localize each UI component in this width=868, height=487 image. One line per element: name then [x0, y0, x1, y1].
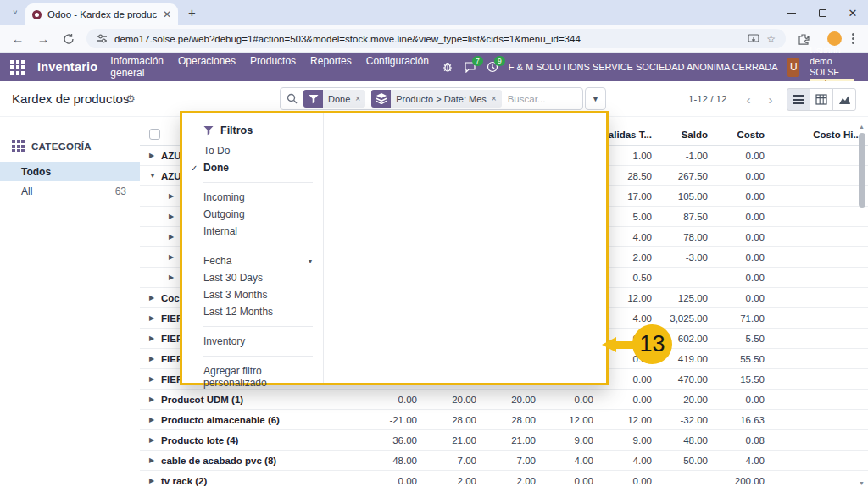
search-facet[interactable]: Producto > Date: Mes× — [371, 90, 502, 108]
menu-item-last-30-days[interactable]: Last 30 Days — [182, 269, 323, 286]
row-cell: 28.00 — [424, 415, 483, 425]
table-row[interactable]: ▶Producot UDM (1)0.0020.0020.000.000.002… — [140, 390, 868, 410]
menu-item-agregar-filtro-personalizado[interactable]: Agregar filtro personalizado — [182, 362, 323, 391]
table-row[interactable]: ▶cable de acabado pvc (8)48.007.007.004.… — [140, 451, 868, 471]
company-name[interactable]: F & M SOLUTIONS SERVICE SOCIEDAD ANONIMA… — [509, 62, 778, 72]
column-header-costo[interactable]: Costo — [715, 130, 771, 140]
search-options-toggle[interactable]: ▼ — [585, 87, 606, 110]
menu-item-fecha[interactable]: Fecha▾ — [182, 252, 323, 269]
row-expand-icon[interactable]: ▶ — [149, 375, 157, 383]
scroll-down-icon[interactable]: ▼ — [859, 480, 865, 486]
search-bar[interactable]: Done×Producto > Date: Mes× Buscar... — [280, 87, 583, 110]
menu-item-inventory[interactable]: Inventory — [182, 333, 323, 350]
page-title: Kardex de productos — [12, 91, 129, 106]
search-facet[interactable]: Done× — [303, 90, 365, 108]
graph-view-button[interactable] — [832, 88, 856, 111]
menu-item-internal[interactable]: Internal — [182, 223, 323, 240]
menu-item-to-do[interactable]: To Do — [182, 142, 323, 159]
pivot-view-icon — [815, 94, 827, 105]
view-settings-gear-icon[interactable]: ⚙ — [125, 92, 136, 105]
tab-list-chevron-icon[interactable]: ˅ — [7, 4, 24, 21]
search-icon — [287, 93, 298, 104]
row-expand-icon[interactable]: ▶ — [149, 314, 157, 322]
nav-menu-reportes[interactable]: Reportes — [310, 55, 352, 79]
url-text[interactable]: demo17.solse.pe/web?debug=1#action=503&m… — [114, 34, 741, 44]
activities-icon[interactable]: 9 — [487, 61, 498, 73]
row-expand-icon[interactable]: ▶ — [149, 355, 157, 362]
row-cell: 20.00 — [659, 395, 715, 405]
reload-button[interactable] — [58, 28, 80, 50]
nav-menu-informaci-n-general[interactable]: Información general — [110, 55, 164, 79]
messages-icon[interactable]: 7 — [464, 61, 476, 73]
row-cell: 9.00 — [600, 435, 659, 445]
row-label: AZU — [161, 151, 181, 161]
sidebar-header: CATEGORÍA — [12, 140, 140, 152]
menu-item-label: Inventory — [203, 335, 245, 347]
nav-menu-configuraci-n[interactable]: Configuración — [366, 55, 429, 79]
pager-previous-button[interactable]: ‹ — [739, 90, 758, 108]
row-expand-icon[interactable]: ▶ — [149, 152, 157, 159]
browser-tab[interactable]: Odoo - Kardex de productos ✕ — [25, 3, 178, 25]
new-tab-button[interactable]: + — [188, 5, 196, 19]
window-maximize-button[interactable] — [807, 0, 837, 25]
list-view-button[interactable] — [787, 88, 810, 111]
scroll-up-icon[interactable]: ▲ — [859, 124, 865, 130]
facet-remove-icon[interactable]: × — [492, 94, 502, 103]
pager-next-button[interactable]: › — [761, 90, 780, 108]
search-placeholder[interactable]: Buscar... — [508, 94, 546, 104]
browser-tab-strip: ˅ Odoo - Kardex de productos ✕ + ✕ — [0, 0, 868, 25]
table-row[interactable]: ▶tv rack (2)0.002.002.000.000.00200.00 — [140, 471, 868, 487]
row-cell: 125.00 — [659, 293, 715, 303]
nav-menu-operaciones[interactable]: Operaciones — [178, 55, 236, 79]
row-expand-icon[interactable]: ▶ — [149, 477, 157, 484]
menu-item-last-3-months[interactable]: Last 3 Months — [182, 286, 323, 303]
nav-menu-productos[interactable]: Productos — [250, 55, 296, 79]
row-expand-icon[interactable]: ▶ — [149, 396, 157, 403]
row-expand-icon[interactable]: ▶ — [169, 274, 176, 281]
row-expand-icon[interactable]: ▶ — [169, 253, 176, 261]
window-close-button[interactable]: ✕ — [837, 0, 868, 25]
user-avatar[interactable]: U — [787, 58, 799, 77]
tab-close-icon[interactable]: ✕ — [163, 8, 171, 20]
row-label-cell: ▶cable de acabado pvc (8) — [140, 456, 377, 466]
scrollbar-thumb[interactable] — [859, 133, 865, 208]
menu-item-last-12-months[interactable]: Last 12 Months — [182, 303, 323, 320]
row-expand-icon[interactable]: ▶ — [149, 436, 157, 444]
column-header-saldo[interactable]: Saldo — [659, 130, 715, 140]
row-expand-icon[interactable]: ▶ — [169, 233, 176, 241]
select-all-checkbox[interactable] — [149, 129, 160, 140]
menu-item-done[interactable]: ✓Done — [182, 159, 323, 176]
table-scrollbar[interactable]: ▲ ▼ — [856, 124, 867, 486]
column-header-salidas-t-[interactable]: Salidas T... — [600, 130, 659, 140]
row-cell: -3.00 — [659, 252, 715, 263]
apps-grid-icon[interactable] — [10, 60, 25, 75]
row-label: Producto almacenable (6) — [161, 415, 280, 425]
table-row[interactable]: ▶Producto almacenable (6)-21.0028.0028.0… — [140, 410, 868, 430]
profile-avatar[interactable] — [827, 31, 842, 46]
row-expand-icon[interactable]: ▼ — [149, 172, 157, 180]
row-expand-icon[interactable]: ▶ — [149, 335, 157, 342]
row-expand-icon[interactable]: ▶ — [169, 213, 176, 220]
send-to-device-icon[interactable] — [748, 34, 760, 44]
window-minimize-button[interactable] — [776, 0, 807, 25]
facet-remove-icon[interactable]: × — [355, 94, 365, 103]
column-header-costo-hi-[interactable]: Costo Hi... — [771, 130, 868, 140]
bookmark-star-icon[interactable]: ☆ — [766, 33, 776, 45]
app-name[interactable]: Inventario — [37, 60, 97, 74]
debug-bug-icon[interactable] — [442, 61, 453, 73]
row-expand-icon[interactable]: ▶ — [149, 294, 157, 302]
menu-item-incoming[interactable]: Incoming — [182, 189, 323, 206]
site-settings-icon[interactable] — [97, 33, 108, 44]
menu-item-outgoing[interactable]: Outgoing — [182, 206, 323, 223]
sidebar-item-all[interactable]: All63 — [0, 181, 140, 201]
row-expand-icon[interactable]: ▶ — [149, 416, 157, 423]
table-row[interactable]: ▶Producto lote (4)36.0021.0021.009.009.0… — [140, 430, 868, 451]
back-button[interactable]: ← — [7, 28, 29, 50]
browser-menu-button[interactable] — [845, 33, 861, 44]
row-cell: 0.00 — [377, 395, 424, 405]
sidebar-item-todos[interactable]: Todos — [0, 162, 140, 181]
row-expand-icon[interactable]: ▶ — [149, 457, 157, 464]
forward-button[interactable]: → — [32, 28, 54, 50]
row-expand-icon[interactable]: ▶ — [169, 192, 176, 200]
pivot-view-button[interactable] — [810, 88, 833, 111]
